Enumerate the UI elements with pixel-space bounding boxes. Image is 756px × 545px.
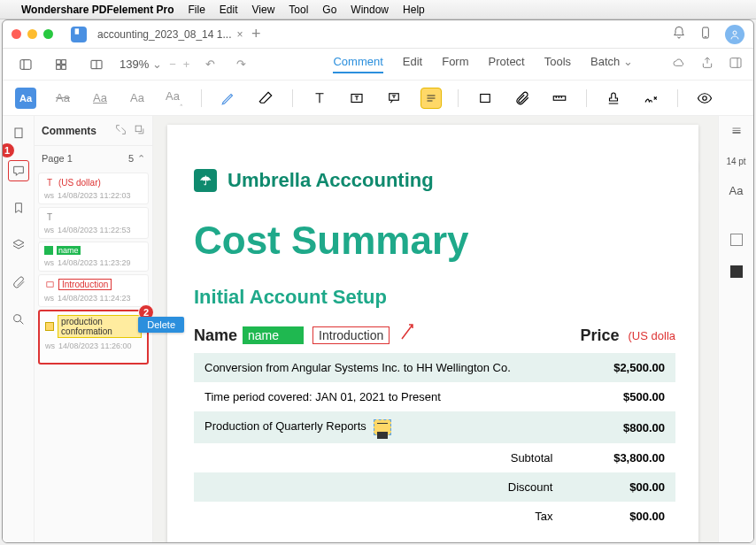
comments-title: Comments (42, 125, 96, 137)
menu-view[interactable]: View (252, 4, 275, 16)
phone-icon[interactable] (698, 26, 713, 43)
menu-help[interactable]: Help (403, 4, 425, 16)
callout-button[interactable] (383, 88, 405, 109)
sidebar-toggle-button[interactable] (13, 54, 38, 75)
svg-rect-6 (62, 59, 66, 64)
sticky-note-annot[interactable] (374, 419, 391, 435)
search-rail-button[interactable] (8, 309, 29, 330)
bookmarks-button[interactable] (8, 197, 29, 219)
text-button[interactable] (309, 88, 330, 109)
brand-icon: ☂ (194, 169, 217, 192)
svg-point-2 (733, 31, 737, 35)
stamp-button[interactable] (603, 88, 624, 109)
signature-button[interactable] (640, 88, 661, 109)
attachment-button[interactable] (512, 88, 533, 109)
eraser-button[interactable] (255, 88, 276, 109)
fill-square-icon[interactable] (727, 233, 746, 247)
menu-window[interactable]: Window (351, 4, 389, 16)
comment-item[interactable]: name ws14/08/2023 11:23:29 (38, 242, 149, 272)
menu-edit[interactable]: Edit (220, 4, 238, 16)
svg-rect-28 (46, 282, 52, 288)
comment-item[interactable]: Introduction ws14/08/2023 11:24:23 (38, 274, 149, 307)
svg-line-26 (20, 321, 23, 324)
svg-rect-5 (57, 59, 61, 64)
document-canvas[interactable]: ☂ Umbrella Acccounting Cost Summary Init… (153, 116, 718, 542)
popout-icon[interactable] (134, 124, 145, 138)
undo-button[interactable]: ↶ (200, 54, 220, 74)
name-highlight-annot[interactable]: name (243, 326, 304, 344)
user-avatar[interactable] (725, 25, 744, 44)
table-header-row: Name name Introduction Price (US dolla (194, 325, 675, 346)
page-title: Cost Summary (194, 219, 675, 263)
chevron-up-icon: ⌃ (137, 153, 145, 165)
font-aa-button[interactable]: Aa (729, 184, 744, 197)
comment-text: production conformation (58, 315, 142, 338)
comments-page-row[interactable]: Page 1 5 ⌃ (35, 146, 152, 171)
app-favicon: ▘ (71, 27, 87, 42)
new-tab-button[interactable]: + (243, 25, 270, 43)
table-row: Production of Quarterly Reports$800.00 (194, 411, 675, 443)
grid-view-button[interactable] (49, 54, 73, 75)
pencil-button[interactable] (218, 88, 239, 109)
comment-count: 5 (128, 153, 134, 164)
table-row: Discount$00.00 (194, 472, 675, 502)
minimize-window-button[interactable] (27, 29, 37, 39)
tab-batch[interactable]: Batch ⌄ (590, 55, 633, 73)
squiggly-button[interactable]: Aa (127, 88, 148, 109)
textbox-button[interactable] (346, 88, 367, 109)
comments-header: Comments (35, 116, 152, 146)
reading-view-button[interactable] (84, 54, 109, 75)
mode-tabs: Comment Edit Form Protect Tools Batch ⌄ (333, 55, 633, 73)
comments-panel: Comments Page 1 5 ⌃ T(US dollar) ws14/08… (35, 116, 153, 542)
measure-button[interactable] (549, 88, 570, 109)
show-hide-button[interactable] (694, 88, 715, 109)
menu-tool[interactable]: Tool (289, 4, 308, 16)
comment-item[interactable]: T ws14/08/2023 11:22:53 (38, 207, 149, 239)
cloud-icon[interactable] (672, 56, 686, 73)
tab-title: accounting_2023_08_14 1... (97, 28, 231, 41)
box-annot-icon (44, 280, 55, 290)
tab-protect[interactable]: Protect (489, 55, 525, 73)
menu-go[interactable]: Go (322, 4, 336, 16)
annotation-marker-1: 1 (3, 142, 15, 158)
rectangle-button[interactable] (474, 88, 496, 109)
underline-button[interactable]: Aa (89, 88, 111, 109)
page-label: Page 1 (42, 153, 73, 164)
sticky-note-button[interactable] (420, 88, 442, 109)
table-row: Subtotal$3,800.00 (194, 443, 675, 472)
zoom-control[interactable]: 139% ⌄ − + (120, 58, 189, 71)
comments-rail-button[interactable] (8, 160, 29, 181)
redo-button[interactable]: ↷ (231, 54, 251, 74)
strikethrough-button[interactable]: Aa (52, 88, 73, 109)
app-name[interactable]: Wondershare PDFelement Pro (21, 4, 174, 16)
zoom-window-button[interactable] (43, 29, 53, 39)
thumbnails-button[interactable] (8, 123, 29, 144)
menu-file[interactable]: File (189, 4, 205, 16)
format-icon[interactable] (727, 125, 746, 139)
usd-text-annot[interactable]: (US dolla (629, 329, 675, 342)
main-area: 1 Comments Page 1 5 ⌃ (3, 116, 753, 542)
document-tab[interactable]: accounting_2023_08_14 1... × (94, 28, 235, 41)
comment-text: Introduction (58, 279, 112, 290)
delete-button[interactable]: Delete (138, 317, 184, 333)
tab-comment[interactable]: Comment (333, 55, 382, 73)
tab-tools[interactable]: Tools (544, 55, 571, 73)
font-size-label[interactable]: 14 pt (726, 157, 745, 166)
intro-box-annot[interactable]: Introduction (312, 326, 390, 344)
layers-button[interactable] (8, 234, 29, 256)
tab-form[interactable]: Form (442, 55, 468, 73)
svg-rect-8 (62, 65, 66, 69)
highlight-text-button[interactable]: Aa (15, 88, 36, 109)
panel-toggle-icon[interactable] (729, 56, 743, 73)
caret-button[interactable]: Aa˰ (164, 88, 185, 109)
section-title: Initial Account Setup (194, 286, 675, 309)
tab-edit[interactable]: Edit (403, 55, 422, 73)
attachments-rail-button[interactable] (8, 272, 29, 293)
comment-item-selected[interactable]: 2 production conformation ws14/08/2023 1… (38, 310, 149, 365)
close-window-button[interactable] (12, 29, 21, 39)
fill-solid-icon[interactable] (727, 265, 746, 279)
share-icon[interactable] (700, 56, 714, 73)
expand-icon[interactable] (115, 124, 127, 138)
comment-item[interactable]: T(US dollar) ws14/08/2023 11:22:03 (38, 173, 149, 204)
bell-icon[interactable] (672, 26, 686, 43)
